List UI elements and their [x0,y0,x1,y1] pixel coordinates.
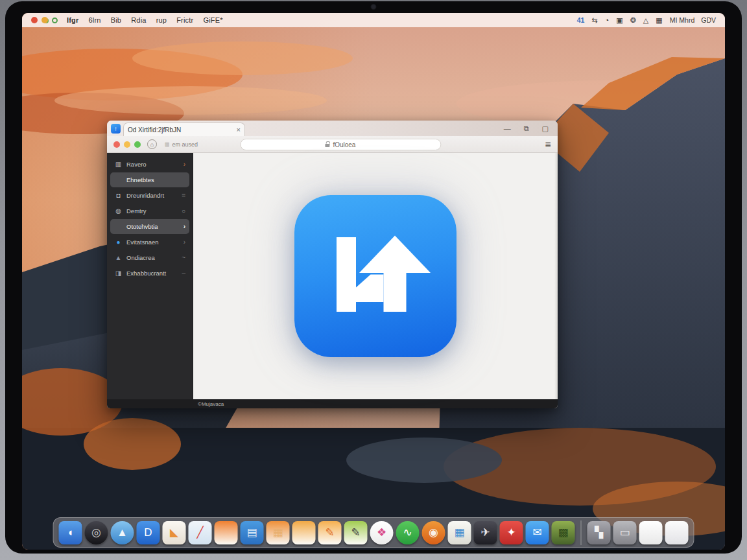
dock-notes[interactable] [292,521,316,544]
lock-icon [325,144,329,147]
menu-item-5[interactable]: Frictr [176,16,193,24]
sidebar-item-3[interactable]: ◍Demtry○ [110,204,189,218]
menu-items: Ifgr6lrnBibRdiarupFrictrGiFE* [67,16,233,24]
dock-calendar-glyph: ▦ [272,527,283,538]
toolbar-menu-icon[interactable]: ≣ [545,140,551,149]
dock-camera-dark[interactable]: ◎ [85,521,108,544]
browser-toolbar: ⌂ ▥ em aused fOuloea ≣ [107,136,558,153]
sidebar-item-7[interactable]: ◨Exhabbucrantt– [110,266,189,281]
transfer-up-app-icon [294,195,456,357]
status-bar-text: ©Mujavaca [198,401,224,407]
sidebar-item-2[interactable]: ◘Dreunridandrt= [110,188,189,203]
swap-icon[interactable]: ⇆ [591,16,597,25]
home-button[interactable]: ⌂ [147,139,157,149]
menu-item-1[interactable]: 6lrn [89,16,101,24]
dock-notes-pen-glyph: ✎ [325,527,334,538]
sidebar-item-icon: ▲ [114,254,123,261]
tab-close-icon[interactable]: × [237,126,241,134]
browser-tab[interactable]: Od Xirtifid:2jfRbJN × [123,122,245,136]
dock-calendar[interactable]: ▦ [267,521,290,544]
dock-finder[interactable]: ◖ [59,521,82,544]
menu-item-6[interactable]: GiFE* [203,16,222,24]
sidebar-item-label: Ondiacrea [126,254,178,261]
dock-mail-glyph: ✉ [532,527,541,538]
sidebar-item-icon: ● [114,239,123,246]
dock-notes-pen[interactable]: ✎ [318,521,342,544]
clock-icon[interactable]: ◔ [605,16,610,25]
dock-red-app[interactable]: ✦ [500,521,523,544]
sidebar-item-icon: ▥ [114,161,123,168]
dock-blank[interactable] [665,521,689,544]
status-texts: MI MhrdGDV [670,16,716,24]
sidebar-item-0[interactable]: ▥Ravero› [110,157,189,172]
dock-pixel-green[interactable]: ▩ [552,521,575,544]
dock-photos-blue[interactable]: ▲ [111,521,134,544]
close-window-button[interactable] [113,141,120,148]
dock-maps-glyph: ◣ [170,527,178,538]
dock-document[interactable] [639,521,663,544]
dock-utility-dark-glyph: ▚ [595,527,603,538]
red-dot-icon [31,17,38,23]
dock-activity-green-glyph: ∿ [403,527,412,538]
dock-camera-orange-glyph: ◉ [429,527,438,538]
sidebar-item-5[interactable]: ●Evitatsnaen› [110,235,189,250]
flower-icon[interactable]: ❂ [630,16,636,25]
zoom-button[interactable]: ▢ [542,124,549,133]
dock-activity-green[interactable]: ∿ [396,521,420,544]
menu-item-0[interactable]: Ifgr [67,16,79,24]
dock-plane-dark[interactable]: ✈ [474,521,497,544]
sidebar-item-1[interactable]: Ehnetbtes [110,172,189,187]
sidebar-item-4[interactable]: Ototehvbtia› [110,219,189,234]
dock-photos-pinwheel[interactable]: ❖ [370,521,394,544]
dock-finder-glyph: ◖ [67,527,73,538]
dock-brush[interactable]: ╱ [189,521,212,544]
dock: ◖◎▲D◣╱▤▦✎✎❖∿◉▦✈✦✉▩▚▭ [53,517,694,548]
up-arrow-transfer-glyph [294,195,456,357]
menu-item-4[interactable]: rup [156,16,167,24]
sidebar-item-label: Demtry [126,207,178,215]
sidebar-item-chevron: ~ [182,254,185,261]
menubar-dots [31,17,58,23]
dock-utility-gray[interactable]: ▭ [613,521,637,544]
dock-camera-dark-glyph: ◎ [91,527,101,538]
sidebar-item-icon: ◍ [114,207,123,215]
dock-box-orange[interactable] [215,521,238,544]
dock-d-app[interactable]: D [137,521,160,544]
dock-notes-green[interactable]: ✎ [344,521,368,544]
dock-d-app-glyph: D [144,527,152,538]
dock-red-app-glyph: ✦ [506,527,516,538]
sidebar-item-label: Evitatsnaen [126,239,180,246]
sidebar-item-chevron: › [184,223,185,230]
dock-brush-glyph: ╱ [196,527,203,538]
sidebar-item-label: Ototehvbtia [126,223,180,230]
sidebar-item-icon: ◘ [114,192,123,199]
dock-photos-pinwheel-glyph: ❖ [377,527,386,538]
triangle-icon[interactable]: △ [643,16,648,25]
minimize-window-button[interactable] [124,141,130,148]
dock-mail[interactable]: ✉ [526,521,549,544]
tab-strip: ↑ Od Xirtifid:2jfRbJN × —⧉▢ [107,121,558,136]
restore-button[interactable]: ⧉ [524,124,529,133]
sidebar-item-6[interactable]: ▲Ondiacrea~ [110,250,189,265]
menu-item-2[interactable]: Bib [111,16,122,24]
favicon-arrow-glyph: ↑ [114,126,117,132]
sidebar-item-chevron: › [184,239,185,246]
status-icons: ⇆◔▣❂△▦ [591,16,662,25]
dock-camera-orange[interactable]: ◉ [422,521,445,544]
dock-book-blue[interactable]: ▤ [241,521,264,544]
status-left-text: 41 [577,16,585,24]
address-bar[interactable]: fOuloea [240,139,441,150]
dock-utility-gray-glyph: ▭ [619,527,630,538]
dock-maps[interactable]: ◣ [163,521,186,544]
zoom-window-button[interactable] [134,141,141,148]
square-badge-icon[interactable]: ▣ [616,16,622,25]
menu-item-3[interactable]: Rdia [131,16,146,24]
dock-utility-dark[interactable]: ▚ [587,521,611,544]
dock-tiles-glyph: ▦ [454,527,464,538]
status-text-1: GDV [701,16,716,24]
minimize-button[interactable]: — [504,124,511,132]
dock-pixel-green-glyph: ▩ [558,527,568,538]
grid-icon[interactable]: ▦ [656,16,662,25]
bookmark-item[interactable]: ▥ em aused [165,141,198,148]
dock-tiles[interactable]: ▦ [448,521,471,544]
